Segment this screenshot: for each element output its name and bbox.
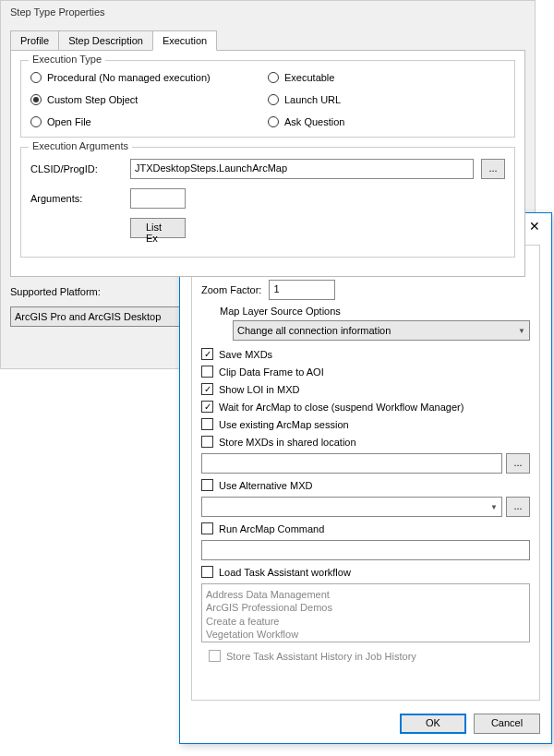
chk-clip-aoi[interactable] [201,366,213,378]
store-shared-input[interactable] [201,453,502,474]
chk-show-loi-label: Show LOI in MXD [219,384,299,395]
run-cmd-input[interactable] [201,540,530,560]
execution-arguments-group: Execution Arguments CLSID/ProgID: JTXDes… [20,147,515,258]
behavior-group: Behavior Zoom to LOI Zoom Factor: 1 Map … [191,245,540,701]
launch-arcmap-dialog: Launch ArcMap ✕ Behavior Zoom to LOI Zoo… [179,212,552,744]
radio-open-file[interactable] [30,116,42,127]
tab-row: Profile Step Description Execution [1,30,535,51]
execution-type-legend: Execution Type [29,54,105,65]
tab-content-execution: Execution Type Procedural (No managed ex… [10,50,525,277]
chk-store-history-label: Store Task Assistant History in Job Hist… [226,651,416,662]
close-icon[interactable]: ✕ [525,219,544,234]
chk-wait-close-label: Wait for ArcMap to close (suspend Workfl… [219,402,464,413]
ok-button[interactable]: OK [400,714,466,734]
chk-load-task-label: Load Task Assistant workflow [219,567,351,578]
chk-use-existing[interactable] [201,418,213,430]
task-assistant-listbox[interactable]: Address Data Management ArcGIS Professio… [201,583,530,642]
execution-arguments-legend: Execution Arguments [29,140,132,151]
radio-custom-step-label: Custom Step Object [47,94,138,105]
clsid-input[interactable]: JTXDesktopSteps.LaunchArcMap [130,159,474,179]
radio-open-file-label: Open File [47,116,91,127]
window-title: Step Type Properties [1,1,535,23]
radio-launch-url[interactable] [268,94,279,105]
clsid-label: CLSID/ProgID: [30,163,123,174]
chk-save-mxds-label: Save MXDs [219,349,272,360]
alt-mxd-select[interactable]: ▼ [201,497,502,517]
chk-clip-aoi-label: Clip Data Frame to AOI [219,366,324,378]
radio-ask-question-label: Ask Question [284,116,344,127]
chk-use-alt-mxd[interactable] [201,479,213,491]
execution-type-group: Execution Type Procedural (No managed ex… [20,60,515,138]
map-layer-select[interactable]: Change all connection information ▼ [233,320,530,341]
supported-platform-value: ArcGIS Pro and ArcGIS Desktop [15,311,161,322]
zoom-factor-input[interactable]: 1 [269,280,335,300]
arguments-input[interactable] [130,188,186,209]
chk-store-shared-label: Store MXDs in shared location [219,437,356,448]
list-item[interactable]: Address Data Management [206,588,525,601]
chk-show-loi[interactable] [201,383,213,395]
radio-executable-label: Executable [284,72,334,83]
chevron-down-icon: ▼ [490,503,498,511]
supported-platform-label: Supported Platform: [10,286,101,297]
list-item[interactable]: ArcGIS Professional Demos [206,601,525,614]
map-layer-label: Map Layer Source Options [220,306,530,317]
radio-ask-question[interactable] [268,116,279,127]
clsid-browse-button[interactable]: ... [481,159,505,179]
chk-use-existing-label: Use existing ArcMap session [219,419,349,430]
zoom-factor-label: Zoom Factor: [201,284,261,295]
list-item[interactable]: Create a feature [206,615,525,628]
store-shared-browse-button[interactable]: ... [506,453,530,474]
alt-mxd-browse-button[interactable]: ... [506,497,530,517]
map-layer-value: Change all connection information [237,325,391,336]
chevron-down-icon: ▼ [518,327,525,335]
chk-load-task[interactable] [201,566,213,578]
tab-profile[interactable]: Profile [10,30,59,51]
radio-procedural[interactable] [30,72,42,83]
chk-store-history [209,650,221,662]
radio-procedural-label: Procedural (No managed execution) [47,72,211,83]
chk-store-shared[interactable] [201,436,213,448]
tab-execution[interactable]: Execution [152,30,217,51]
chk-wait-close[interactable] [201,401,213,413]
tab-step-description[interactable]: Step Description [58,30,153,51]
chk-run-cmd-label: Run ArcMap Command [219,523,324,534]
arguments-label: Arguments: [30,193,123,204]
list-exec-button[interactable]: List Ex [130,218,186,238]
chk-run-cmd[interactable] [201,522,213,534]
radio-custom-step[interactable] [30,94,42,105]
radio-launch-url-label: Launch URL [284,94,341,105]
radio-executable[interactable] [268,72,279,83]
list-item[interactable]: Vegetation Workflow [206,628,525,641]
cancel-button[interactable]: Cancel [474,714,540,734]
chk-save-mxds[interactable] [201,348,213,360]
supported-platform-select[interactable]: ArcGIS Pro and ArcGIS Desktop [10,306,204,327]
chk-use-alt-mxd-label: Use Alternative MXD [219,480,312,491]
